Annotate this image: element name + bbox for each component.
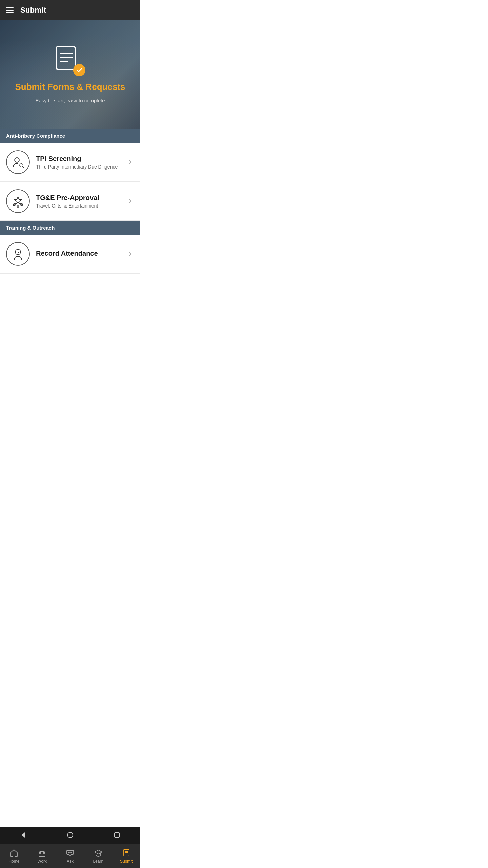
list-item-record-attendance[interactable]: Record Attendance xyxy=(0,235,140,274)
tge-chevron-icon xyxy=(126,197,134,205)
tpi-icon-wrap xyxy=(6,150,30,174)
list-item-tpi-screening[interactable]: TPI Screening Third Party Intermediary D… xyxy=(0,143,140,182)
person-search-icon xyxy=(12,156,24,169)
page-title: Submit xyxy=(20,6,46,15)
list-item-tge-preapproval[interactable]: TG&E Pre-Approval Travel, Gifts, & Enter… xyxy=(0,182,140,221)
app-header: Submit xyxy=(0,0,140,20)
tge-text: TG&E Pre-Approval Travel, Gifts, & Enter… xyxy=(36,194,126,209)
section-header-training: Training & Outreach xyxy=(0,221,140,235)
tpi-title: TPI Screening xyxy=(36,155,126,163)
hero-banner: Submit Forms & Requests Easy to start, e… xyxy=(0,20,140,129)
tge-subtitle: Travel, Gifts, & Entertainment xyxy=(36,203,126,209)
svg-line-16 xyxy=(18,252,19,253)
svg-line-6 xyxy=(23,167,24,168)
clock-person-icon xyxy=(12,248,24,260)
svg-rect-0 xyxy=(56,46,75,70)
svg-point-10 xyxy=(17,205,19,207)
check-badge xyxy=(73,64,85,76)
tpi-subtitle: Third Party Intermediary Due Diligence xyxy=(36,164,126,170)
attendance-title: Record Attendance xyxy=(36,250,126,257)
attendance-chevron-icon xyxy=(126,250,134,258)
section-header-anti-bribery: Anti-bribery Compliance xyxy=(0,129,140,143)
star-network-icon xyxy=(12,195,24,208)
attendance-text: Record Attendance xyxy=(36,250,126,259)
hero-subtitle: Easy to start, easy to complete xyxy=(35,98,105,103)
attendance-icon-wrap xyxy=(6,242,30,266)
tpi-chevron-icon xyxy=(126,158,134,166)
svg-point-5 xyxy=(20,164,23,167)
content-area: Anti-bribery Compliance TPI Screening Th… xyxy=(0,129,140,315)
hero-title: Submit Forms & Requests xyxy=(8,82,132,92)
hero-icon-container xyxy=(55,46,85,76)
tge-icon-wrap xyxy=(6,189,30,213)
tpi-text: TPI Screening Third Party Intermediary D… xyxy=(36,155,126,170)
svg-point-4 xyxy=(15,158,19,162)
menu-button[interactable] xyxy=(6,7,14,13)
tge-title: TG&E Pre-Approval xyxy=(36,194,126,202)
